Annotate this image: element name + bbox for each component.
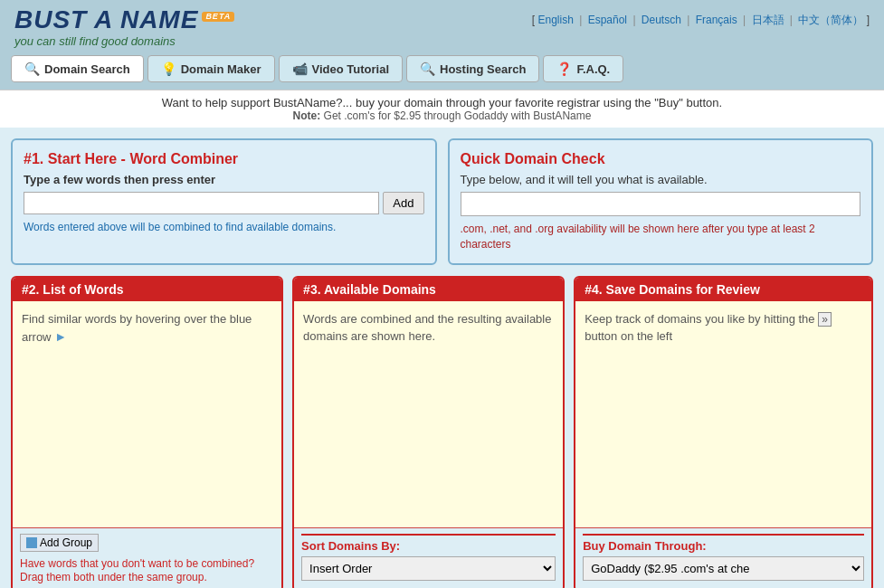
- sort-select[interactable]: Insert Order Alphabetical Length Random: [301, 556, 556, 581]
- quick-check-title: Quick Domain Check: [461, 151, 861, 167]
- add-group-icon: [26, 537, 37, 548]
- available-panel-body: Words are combined and the resulting ava…: [294, 301, 563, 527]
- buy-label: Buy Domain Through:: [583, 534, 864, 553]
- save-panel-body: Keep track of domains you like by hittin…: [575, 301, 871, 527]
- logo: BUST A NAMEBETA: [14, 7, 234, 33]
- tab-domain-search-label: Domain Search: [44, 62, 130, 76]
- word-help-text: Words entered above will be combined to …: [24, 220, 424, 235]
- logo-tagline: you can still find good domains: [14, 34, 234, 48]
- word-combiner-subtitle: Type a few words then press enter: [24, 173, 424, 186]
- tab-video-tutorial[interactable]: 📹 Video Tutorial: [279, 55, 403, 82]
- tab-hosting-search-label: Hosting Search: [440, 62, 526, 76]
- tab-hosting-search[interactable]: 🔍 Hosting Search: [406, 55, 539, 82]
- bulb-icon: 💡: [161, 62, 176, 76]
- tab-domain-search[interactable]: 🔍 Domain Search: [11, 55, 144, 82]
- hosting-icon: 🔍: [420, 62, 435, 76]
- words-panel-body: Find similar words by hovering over the …: [13, 301, 281, 527]
- words-panel-footer: Add Group Have words that you don't want…: [13, 527, 281, 588]
- support-text: Want to help support BustAName?... buy y…: [5, 96, 879, 109]
- lang-english[interactable]: English: [537, 14, 573, 26]
- bottom-panels: #2. List of Words Find similar words by …: [11, 276, 873, 588]
- tab-faq[interactable]: ❓ F.A.Q.: [543, 55, 623, 82]
- save-button-symbol: »: [818, 312, 832, 327]
- tab-domain-maker[interactable]: 💡 Domain Maker: [147, 55, 275, 82]
- domain-availability-text: .com, .net, and .org availability will b…: [461, 222, 861, 252]
- buy-select[interactable]: GoDaddy ($2.95 .com's at che Namecheap R…: [583, 556, 864, 581]
- quick-check-subtitle: Type below, and it will tell you what is…: [461, 173, 861, 186]
- save-panel-body-text: Keep track of domains you like by hittin…: [585, 312, 814, 326]
- info-bar: Want to help support BustAName?... buy y…: [0, 90, 884, 128]
- words-panel: #2. List of Words Find similar words by …: [11, 276, 283, 588]
- save-domains-panel: #4. Save Domains for Review Keep track o…: [574, 276, 873, 588]
- add-button[interactable]: Add: [383, 192, 423, 214]
- lang-chinese[interactable]: 中文（简体）: [798, 14, 863, 26]
- video-icon: 📹: [292, 62, 308, 76]
- available-panel-body-text: Words are combined and the resulting ava…: [303, 312, 551, 344]
- lang-espanol[interactable]: Español: [588, 14, 627, 26]
- words-panel-header: #2. List of Words: [13, 278, 281, 301]
- save-panel-body-text2: button on the left: [585, 329, 672, 343]
- add-group-label: Add Group: [40, 536, 92, 549]
- word-combiner-panel: #1. Start Here - Word Combiner Type a fe…: [11, 138, 437, 265]
- available-domains-panel: #3. Available Domains Words are combined…: [292, 276, 565, 588]
- domain-check-input[interactable]: [461, 192, 861, 216]
- logo-area: BUST A NAMEBETA you can still find good …: [14, 7, 234, 48]
- search-icon: 🔍: [24, 62, 40, 76]
- save-panel-footer: Buy Domain Through: GoDaddy ($2.95 .com'…: [575, 527, 871, 586]
- sort-label: Sort Domains By:: [301, 534, 556, 553]
- lang-francais[interactable]: Français: [696, 14, 737, 26]
- language-bar: [ English | Español | Deutsch | Français…: [532, 13, 870, 28]
- main-content: #1. Start Here - Word Combiner Type a fe…: [0, 128, 884, 588]
- top-panels: #1. Start Here - Word Combiner Type a fe…: [11, 138, 873, 265]
- blue-arrow-icon: ►: [54, 329, 67, 344]
- add-group-button[interactable]: Add Group: [20, 534, 99, 552]
- page-header: BUST A NAMEBETA you can still find good …: [0, 0, 884, 55]
- tab-video-tutorial-label: Video Tutorial: [312, 62, 389, 76]
- add-group-help: Have words that you don't want to be com…: [20, 557, 274, 585]
- add-group-row: Add Group Have words that you don't want…: [20, 534, 274, 585]
- save-panel-header: #4. Save Domains for Review: [575, 278, 871, 301]
- available-panel-header: #3. Available Domains: [294, 278, 563, 301]
- note-text: Note: Get .com's for $2.95 through Godad…: [5, 109, 879, 122]
- logo-badge: BETA: [202, 12, 234, 22]
- word-combiner-title: #1. Start Here - Word Combiner: [24, 151, 424, 167]
- nav-bar: 🔍 Domain Search 💡 Domain Maker 📹 Video T…: [0, 55, 884, 90]
- lang-japanese[interactable]: 日本語: [752, 14, 784, 26]
- word-input[interactable]: [24, 192, 379, 214]
- lang-deutsch[interactable]: Deutsch: [642, 14, 681, 26]
- faq-icon: ❓: [556, 62, 572, 76]
- tab-faq-label: F.A.Q.: [576, 62, 610, 76]
- tab-domain-maker-label: Domain Maker: [181, 62, 261, 76]
- available-panel-footer: Sort Domains By: Insert Order Alphabetic…: [294, 527, 563, 586]
- word-input-row: Add: [24, 192, 424, 214]
- quick-domain-check-panel: Quick Domain Check Type below, and it wi…: [448, 138, 874, 265]
- logo-text: BUST A NAME: [14, 5, 198, 33]
